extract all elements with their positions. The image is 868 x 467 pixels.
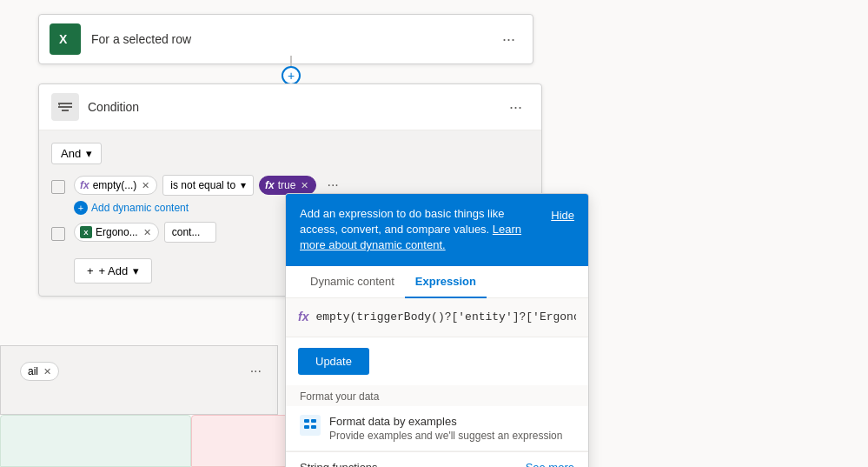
- add-label: + Add: [99, 264, 129, 277]
- email-chip-text: ail: [28, 365, 38, 377]
- true-token-chip[interactable]: fx true ✕: [259, 176, 316, 195]
- tab-dynamic-label: Dynamic content: [310, 275, 394, 288]
- fx-icon-2: fx: [265, 179, 275, 191]
- panel-tabs: Dynamic content Expression: [286, 266, 588, 298]
- tab-expression[interactable]: Expression: [405, 266, 487, 298]
- learn-more-link[interactable]: Learn more about dynamic content.: [300, 223, 521, 251]
- hide-link[interactable]: Hide: [551, 206, 574, 223]
- contains-input[interactable]: cont...: [164, 222, 216, 243]
- condition-title: Condition: [88, 100, 502, 114]
- canvas: X For a selected row ··· + Condition ···: [0, 0, 868, 467]
- left-partial-card: ail ✕ ···: [0, 345, 278, 415]
- condition-more-button[interactable]: ···: [502, 95, 529, 120]
- empty-token-text: empty(...): [93, 179, 137, 191]
- svg-text:X: X: [59, 32, 68, 46]
- connector-line-top: [290, 56, 292, 66]
- add-dynamic-plus-icon: +: [74, 201, 88, 215]
- svg-rect-2: [58, 106, 72, 108]
- format-data-title: Format data by examples: [329, 415, 562, 428]
- and-label: And: [61, 147, 81, 160]
- comparison-text: is not equal to: [170, 179, 235, 191]
- see-more-link[interactable]: See more: [526, 461, 574, 467]
- svg-rect-6: [304, 425, 309, 429]
- comparison-dropdown[interactable]: is not equal to ▾: [162, 175, 254, 196]
- expression-panel: Add an expression to do basic things lik…: [285, 193, 589, 467]
- add-step-button[interactable]: +: [282, 66, 301, 85]
- panel-top-text: Add an expression to do basic things lik…: [300, 206, 544, 254]
- svg-rect-3: [62, 110, 69, 111]
- email-chip[interactable]: ail ✕: [20, 362, 59, 381]
- comparison-chevron-icon: ▾: [241, 179, 246, 191]
- string-functions-row: String functions See more: [286, 451, 588, 467]
- svg-rect-1: [58, 103, 72, 104]
- ergono-token-chip[interactable]: X Ergono... ✕: [74, 223, 159, 242]
- expression-input-area: fx: [286, 298, 588, 337]
- condition-icon: [51, 93, 79, 121]
- top-step-more-button[interactable]: ···: [495, 27, 522, 52]
- ergono-token-text: Ergono...: [96, 226, 138, 238]
- format-data-label: Format your data: [286, 385, 588, 406]
- top-step-title: For a selected row: [91, 32, 495, 46]
- row2-fields: X Ergono... ✕ cont...: [74, 222, 216, 243]
- excel-icon: X: [50, 23, 81, 55]
- add-condition-button[interactable]: + + Add ▾: [74, 258, 152, 284]
- empty-token-chip[interactable]: fx empty(...) ✕: [74, 176, 157, 195]
- svg-rect-7: [311, 425, 316, 429]
- svg-rect-5: [311, 419, 316, 423]
- and-chevron-icon: ▾: [86, 147, 92, 160]
- and-dropdown[interactable]: And ▾: [51, 143, 102, 164]
- tab-dynamic-content[interactable]: Dynamic content: [300, 266, 405, 298]
- format-data-text: Format data by examples Provide examples…: [329, 415, 562, 442]
- fx-icon-1: fx: [80, 179, 89, 191]
- empty-token-close[interactable]: ✕: [142, 180, 149, 191]
- format-data-icon: [300, 415, 321, 436]
- email-chip-close[interactable]: ✕: [43, 366, 51, 377]
- condition-header: Condition ···: [39, 84, 541, 130]
- contains-text: cont...: [172, 226, 201, 238]
- tab-expression-label: Expression: [415, 275, 476, 288]
- format-data-desc: Provide examples and we'll suggest an ex…: [329, 430, 562, 442]
- true-token-text: true: [278, 179, 296, 191]
- ergono-token-close[interactable]: ✕: [143, 227, 151, 238]
- row1-checkbox[interactable]: [51, 180, 65, 194]
- left-card-more-button[interactable]: ···: [245, 361, 267, 382]
- format-data-item[interactable]: Format data by examples Provide examples…: [286, 406, 588, 451]
- bottom-pink-card: [191, 415, 295, 467]
- row2-checkbox[interactable]: [51, 227, 65, 241]
- add-chevron-icon: ▾: [133, 264, 139, 277]
- update-button[interactable]: Update: [298, 348, 369, 375]
- svg-rect-4: [304, 419, 309, 423]
- true-token-close[interactable]: ✕: [301, 180, 308, 191]
- panel-top-blue: Add an expression to do basic things lik…: [286, 194, 588, 266]
- expression-input[interactable]: [315, 307, 576, 328]
- fx-label: fx: [298, 310, 308, 324]
- add-icon: +: [87, 264, 94, 277]
- excel-mini-icon: X: [80, 226, 92, 238]
- bottom-green-card: [0, 415, 191, 467]
- add-dynamic-label: Add dynamic content: [91, 202, 189, 214]
- string-functions-label: String functions: [300, 461, 378, 467]
